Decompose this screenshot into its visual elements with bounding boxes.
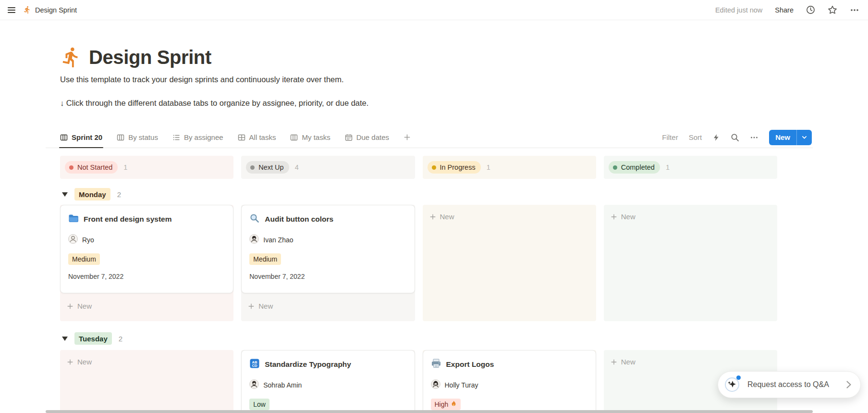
- tab-due-dates[interactable]: Due dates: [345, 127, 389, 148]
- table-icon: [238, 134, 245, 141]
- hamburger-menu-icon[interactable]: [7, 5, 16, 15]
- abcd-icon: ABCD: [249, 358, 260, 371]
- card-standardize-typography[interactable]: ABCD Standardize Typography Sohrab Amin …: [241, 350, 415, 413]
- board-icon: [117, 134, 124, 141]
- card-export-logos[interactable]: Export Logos Holly Turay High: [423, 350, 596, 413]
- board-cell: New: [60, 350, 233, 413]
- status-pill-in-progress[interactable]: In Progress: [428, 161, 481, 174]
- more-options-icon[interactable]: [850, 5, 859, 15]
- column-count: 1: [487, 163, 490, 171]
- tab-sprint-20[interactable]: Sprint 20: [60, 127, 102, 148]
- board-cell: New: [604, 205, 777, 321]
- fire-icon: [451, 400, 457, 409]
- status-pill-not-started[interactable]: Not Started: [65, 161, 118, 174]
- star-favorite-icon[interactable]: [828, 5, 837, 15]
- group-count: 2: [119, 335, 122, 343]
- collapse-triangle-icon[interactable]: [62, 192, 68, 197]
- avatar-ivan-zhao: [249, 234, 259, 246]
- card-title: Standardize Typography: [265, 360, 351, 369]
- plus-icon: [611, 213, 617, 220]
- board-cell: Export Logos Holly Turay High: [423, 350, 596, 413]
- board-column-headers: Not Started 1 Next Up 4 In Progress 1 Co…: [60, 156, 777, 179]
- new-button-chevron-down-icon[interactable]: [796, 130, 812, 145]
- svg-text:CD: CD: [252, 363, 257, 368]
- add-card-button[interactable]: New: [423, 205, 596, 225]
- notion-window: Design Sprint Edited just now Share Desi…: [0, 0, 868, 413]
- add-card-button[interactable]: New: [241, 297, 415, 315]
- status-pill-next-up[interactable]: Next Up: [246, 161, 289, 174]
- add-card-button[interactable]: New: [604, 350, 777, 371]
- add-card-button[interactable]: New: [60, 297, 233, 315]
- column-not-started: Not Started 1: [60, 156, 233, 179]
- new-button[interactable]: New: [769, 130, 812, 145]
- new-button-label[interactable]: New: [769, 130, 796, 145]
- topbar-page-title: Design Sprint: [35, 6, 77, 14]
- page-subtitle: Use this template to track your design s…: [60, 75, 813, 84]
- add-card-button[interactable]: New: [604, 205, 777, 225]
- edited-timestamp: Edited just now: [715, 6, 762, 14]
- priority-pill: Medium: [249, 253, 281, 265]
- add-card-button[interactable]: New: [60, 350, 233, 371]
- clock-history-icon[interactable]: [806, 5, 815, 14]
- card-date: November 7, 2022: [68, 273, 225, 280]
- plus-icon: [248, 303, 255, 310]
- breadcrumb[interactable]: Design Sprint: [23, 6, 77, 14]
- board-cell: New: [423, 205, 596, 321]
- priority-pill: High: [431, 399, 461, 410]
- column-count: 4: [295, 163, 299, 171]
- assignee-name: Ivan Zhao: [263, 236, 293, 244]
- tab-by-status[interactable]: By status: [117, 127, 158, 148]
- group-pill-tuesday[interactable]: Tuesday: [74, 332, 112, 345]
- board-section-tuesday: New ABCD Standardize Typography: [60, 350, 777, 413]
- view-options-icon[interactable]: [750, 133, 758, 142]
- search-icon[interactable]: [731, 133, 739, 142]
- card-front-end-design-system[interactable]: Front end design system Ryo Medium Novem…: [60, 205, 233, 293]
- add-view-icon[interactable]: [403, 134, 411, 141]
- card-title: Audit button colors: [265, 215, 333, 224]
- sort-button[interactable]: Sort: [689, 133, 702, 141]
- status-pill-completed[interactable]: Completed: [609, 161, 660, 174]
- qa-button-label: Request access to Q&A: [747, 380, 840, 389]
- status-dot: [69, 165, 73, 170]
- page-tip-text: ↓ Click through the different database t…: [60, 99, 813, 108]
- column-next-up: Next Up 4: [241, 156, 415, 179]
- assignee-name: Sohrab Amin: [263, 381, 302, 389]
- list-icon: [172, 134, 180, 141]
- tab-all-tasks[interactable]: All tasks: [238, 127, 276, 148]
- column-count: 1: [123, 163, 127, 171]
- tab-my-tasks[interactable]: My tasks: [290, 127, 330, 148]
- board-cell: Front end design system Ryo Medium Novem…: [60, 205, 233, 321]
- request-access-qa-button[interactable]: Request access to Q&A: [718, 371, 861, 398]
- notification-dot: [736, 375, 741, 380]
- avatar-holly-turay: [431, 379, 440, 391]
- lightning-automations-icon[interactable]: [712, 134, 720, 141]
- priority-pill: Medium: [68, 253, 100, 265]
- printer-icon: [431, 358, 441, 371]
- plus-icon: [611, 359, 617, 365]
- filter-button[interactable]: Filter: [662, 133, 678, 141]
- tab-by-assignee[interactable]: By assignee: [172, 127, 223, 148]
- card-audit-button-colors[interactable]: Audit button colors Ivan Zhao Medium Nov…: [241, 205, 415, 293]
- plus-icon: [67, 359, 73, 365]
- page-runner-emoji-icon[interactable]: [60, 46, 82, 68]
- page-content: Design Sprint Use this template to track…: [46, 46, 813, 413]
- priority-pill: Low: [249, 399, 269, 410]
- status-dot: [432, 165, 436, 170]
- ai-sparkle-icon: [723, 375, 741, 394]
- collapse-triangle-icon[interactable]: [62, 337, 68, 341]
- board-cell: Audit button colors Ivan Zhao Medium Nov…: [241, 205, 415, 321]
- avatar-ryo: [68, 234, 78, 246]
- group-count: 2: [117, 190, 121, 199]
- status-dot: [613, 165, 617, 170]
- card-title: Export Logos: [446, 360, 494, 369]
- assignee-name: Holly Turay: [445, 381, 478, 389]
- group-header-monday: Monday 2: [62, 185, 813, 204]
- group-pill-monday[interactable]: Monday: [74, 188, 110, 200]
- page-title: Design Sprint: [89, 47, 211, 68]
- column-in-progress: In Progress 1: [423, 156, 596, 179]
- folder-icon: [68, 213, 79, 225]
- board-section-monday: Front end design system Ryo Medium Novem…: [60, 205, 777, 321]
- horizontal-scrollbar[interactable]: [46, 410, 813, 413]
- board-icon: [60, 134, 68, 141]
- share-button[interactable]: Share: [775, 6, 794, 14]
